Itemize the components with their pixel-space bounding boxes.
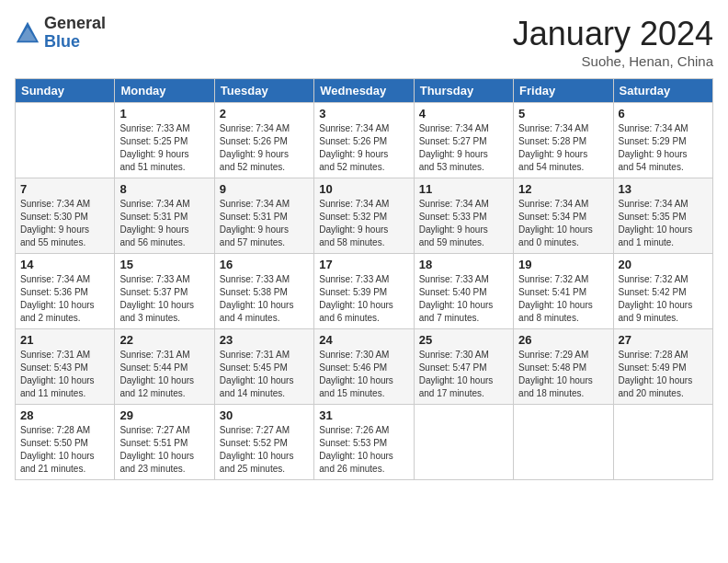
cell-text: Sunrise: 7:33 AMSunset: 5:40 PMDaylight:… (419, 273, 508, 325)
day-number: 5 (518, 107, 608, 121)
calendar-cell-day-7: 7Sunrise: 7:34 AMSunset: 5:30 PMDaylight… (16, 178, 115, 254)
day-header-saturday: Saturday (613, 79, 712, 103)
day-number: 13 (619, 182, 708, 196)
calendar-cell-day-25: 25Sunrise: 7:30 AMSunset: 5:47 PMDayligh… (414, 329, 513, 405)
cell-text: Sunrise: 7:32 AMSunset: 5:41 PMDaylight:… (518, 273, 608, 325)
day-number: 28 (20, 408, 109, 422)
cell-text: Sunrise: 7:34 AMSunset: 5:27 PMDaylight:… (419, 122, 508, 174)
day-number: 6 (619, 107, 708, 121)
calendar-cell-day-2: 2Sunrise: 7:34 AMSunset: 5:26 PMDaylight… (214, 103, 313, 178)
calendar-cell-day-14: 14Sunrise: 7:34 AMSunset: 5:36 PMDayligh… (16, 254, 115, 329)
day-number: 2 (220, 107, 309, 121)
calendar-cell-day-12: 12Sunrise: 7:34 AMSunset: 5:34 PMDayligh… (514, 178, 613, 254)
cell-text: Sunrise: 7:27 AMSunset: 5:52 PMDaylight:… (220, 424, 309, 476)
cell-text: Sunrise: 7:34 AMSunset: 5:32 PMDaylight:… (319, 198, 408, 249)
day-number: 7 (20, 182, 109, 196)
day-header-wednesday: Wednesday (314, 79, 414, 103)
day-header-sunday: Sunday (16, 79, 115, 103)
cell-text: Sunrise: 7:31 AMSunset: 5:43 PMDaylight:… (20, 349, 109, 400)
calendar-table: SundayMondayTuesdayWednesdayThursdayFrid… (15, 78, 713, 480)
title-block: January 2024 Suohe, Henan, China (513, 15, 713, 69)
day-number: 18 (419, 258, 508, 271)
cell-text: Sunrise: 7:28 AMSunset: 5:49 PMDaylight:… (619, 349, 708, 400)
calendar-cell-empty (613, 405, 712, 480)
calendar-cell-day-23: 23Sunrise: 7:31 AMSunset: 5:45 PMDayligh… (214, 329, 313, 405)
calendar-cell-day-13: 13Sunrise: 7:34 AMSunset: 5:35 PMDayligh… (613, 178, 712, 254)
calendar-cell-day-21: 21Sunrise: 7:31 AMSunset: 5:43 PMDayligh… (16, 329, 115, 405)
cell-text: Sunrise: 7:34 AMSunset: 5:28 PMDaylight:… (518, 122, 608, 174)
cell-text: Sunrise: 7:34 AMSunset: 5:30 PMDaylight:… (20, 198, 109, 249)
calendar-cell-day-24: 24Sunrise: 7:30 AMSunset: 5:46 PMDayligh… (314, 329, 414, 405)
day-number: 27 (619, 333, 708, 347)
cell-text: Sunrise: 7:34 AMSunset: 5:33 PMDaylight:… (419, 198, 508, 249)
day-number: 17 (319, 258, 408, 271)
day-number: 15 (119, 258, 209, 271)
cell-text: Sunrise: 7:34 AMSunset: 5:31 PMDaylight:… (220, 198, 309, 249)
calendar-cell-empty (16, 103, 115, 178)
cell-text: Sunrise: 7:30 AMSunset: 5:46 PMDaylight:… (319, 349, 408, 400)
cell-text: Sunrise: 7:27 AMSunset: 5:51 PMDaylight:… (119, 424, 209, 476)
day-number: 24 (319, 333, 408, 347)
calendar-cell-day-27: 27Sunrise: 7:28 AMSunset: 5:49 PMDayligh… (613, 329, 712, 405)
calendar-cell-day-18: 18Sunrise: 7:33 AMSunset: 5:40 PMDayligh… (414, 254, 513, 329)
cell-text: Sunrise: 7:34 AMSunset: 5:36 PMDaylight:… (20, 273, 109, 325)
cell-text: Sunrise: 7:28 AMSunset: 5:50 PMDaylight:… (20, 424, 109, 476)
day-header-tuesday: Tuesday (214, 79, 313, 103)
cell-text: Sunrise: 7:31 AMSunset: 5:44 PMDaylight:… (119, 349, 209, 400)
week-row-2: 7Sunrise: 7:34 AMSunset: 5:30 PMDaylight… (16, 178, 713, 254)
calendar-cell-day-30: 30Sunrise: 7:27 AMSunset: 5:52 PMDayligh… (214, 405, 313, 480)
day-number: 20 (619, 258, 708, 271)
logo-icon (15, 20, 40, 46)
cell-text: Sunrise: 7:34 AMSunset: 5:31 PMDaylight:… (119, 198, 209, 249)
calendar-cell-empty (514, 405, 613, 480)
calendar-header-row: SundayMondayTuesdayWednesdayThursdayFrid… (16, 79, 713, 103)
calendar-cell-day-26: 26Sunrise: 7:29 AMSunset: 5:48 PMDayligh… (514, 329, 613, 405)
day-number: 10 (319, 182, 408, 196)
cell-text: Sunrise: 7:34 AMSunset: 5:29 PMDaylight:… (619, 122, 708, 174)
cell-text: Sunrise: 7:33 AMSunset: 5:25 PMDaylight:… (119, 122, 209, 174)
calendar-cell-empty (414, 405, 513, 480)
day-number: 29 (119, 408, 209, 422)
day-number: 3 (319, 107, 408, 121)
day-number: 4 (419, 107, 508, 121)
cell-text: Sunrise: 7:34 AMSunset: 5:35 PMDaylight:… (619, 198, 708, 249)
day-number: 25 (419, 333, 508, 347)
calendar-cell-day-10: 10Sunrise: 7:34 AMSunset: 5:32 PMDayligh… (314, 178, 414, 254)
cell-text: Sunrise: 7:29 AMSunset: 5:48 PMDaylight:… (518, 349, 608, 400)
cell-text: Sunrise: 7:31 AMSunset: 5:45 PMDaylight:… (220, 349, 309, 400)
day-number: 21 (20, 333, 109, 347)
cell-text: Sunrise: 7:34 AMSunset: 5:34 PMDaylight:… (518, 198, 608, 249)
day-number: 14 (20, 258, 109, 271)
calendar-cell-day-19: 19Sunrise: 7:32 AMSunset: 5:41 PMDayligh… (514, 254, 613, 329)
cell-text: Sunrise: 7:33 AMSunset: 5:37 PMDaylight:… (119, 273, 209, 325)
calendar-cell-day-6: 6Sunrise: 7:34 AMSunset: 5:29 PMDaylight… (613, 103, 712, 178)
cell-text: Sunrise: 7:33 AMSunset: 5:38 PMDaylight:… (220, 273, 309, 325)
week-row-1: 1Sunrise: 7:33 AMSunset: 5:25 PMDaylight… (16, 103, 713, 178)
calendar-cell-day-16: 16Sunrise: 7:33 AMSunset: 5:38 PMDayligh… (214, 254, 313, 329)
day-header-thursday: Thursday (414, 79, 513, 103)
calendar-cell-day-1: 1Sunrise: 7:33 AMSunset: 5:25 PMDaylight… (115, 103, 214, 178)
day-number: 23 (220, 333, 309, 347)
calendar-cell-day-9: 9Sunrise: 7:34 AMSunset: 5:31 PMDaylight… (214, 178, 313, 254)
day-number: 8 (119, 182, 209, 196)
calendar-cell-day-22: 22Sunrise: 7:31 AMSunset: 5:44 PMDayligh… (115, 329, 214, 405)
week-row-4: 21Sunrise: 7:31 AMSunset: 5:43 PMDayligh… (16, 329, 713, 405)
calendar-cell-day-31: 31Sunrise: 7:26 AMSunset: 5:53 PMDayligh… (314, 405, 414, 480)
day-number: 16 (220, 258, 309, 271)
cell-text: Sunrise: 7:32 AMSunset: 5:42 PMDaylight:… (619, 273, 708, 325)
day-number: 12 (518, 182, 608, 196)
cell-text: Sunrise: 7:30 AMSunset: 5:47 PMDaylight:… (419, 349, 508, 400)
calendar-cell-day-20: 20Sunrise: 7:32 AMSunset: 5:42 PMDayligh… (613, 254, 712, 329)
day-header-friday: Friday (514, 79, 613, 103)
calendar-cell-day-5: 5Sunrise: 7:34 AMSunset: 5:28 PMDaylight… (514, 103, 613, 178)
calendar-body: 1Sunrise: 7:33 AMSunset: 5:25 PMDaylight… (16, 103, 713, 480)
day-number: 11 (419, 182, 508, 196)
logo-text: General Blue (44, 15, 106, 52)
week-row-3: 14Sunrise: 7:34 AMSunset: 5:36 PMDayligh… (16, 254, 713, 329)
day-number: 30 (220, 408, 309, 422)
calendar-cell-day-4: 4Sunrise: 7:34 AMSunset: 5:27 PMDaylight… (414, 103, 513, 178)
cell-text: Sunrise: 7:33 AMSunset: 5:39 PMDaylight:… (319, 273, 408, 325)
calendar-cell-day-28: 28Sunrise: 7:28 AMSunset: 5:50 PMDayligh… (16, 405, 115, 480)
calendar-cell-day-11: 11Sunrise: 7:34 AMSunset: 5:33 PMDayligh… (414, 178, 513, 254)
month-title: January 2024 (513, 15, 713, 53)
